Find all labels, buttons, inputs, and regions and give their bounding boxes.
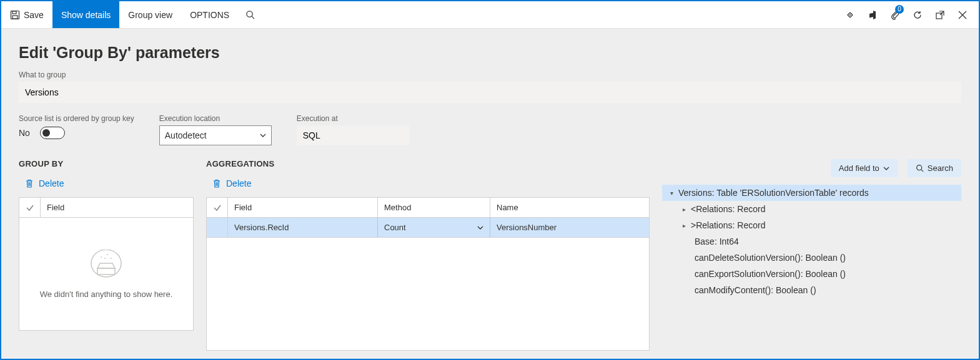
- diamond-icon-button[interactable]: [839, 1, 861, 29]
- popout-icon: [935, 10, 945, 20]
- exec-location-field: Execution location Autodetect: [159, 114, 272, 145]
- aggregations-delete-button[interactable]: Delete: [206, 175, 650, 192]
- office-icon: [868, 10, 878, 20]
- trash-icon: [25, 179, 34, 188]
- svg-rect-1: [12, 11, 16, 14]
- svg-line-14: [921, 170, 923, 172]
- svg-rect-2: [12, 16, 17, 19]
- tree-node-can-delete[interactable]: canDeleteSolutionVersion(): Boolean (): [662, 250, 961, 266]
- svg-point-3: [247, 11, 252, 17]
- agg-row-method-cell[interactable]: Count: [378, 218, 490, 237]
- exec-at-field: Execution at: [297, 114, 409, 145]
- ordered-toggle[interactable]: [40, 127, 65, 139]
- search-icon: [245, 10, 255, 19]
- tree-node-less-relations[interactable]: ▸ <Relations: Record: [662, 201, 961, 217]
- groupby-panel: GROUP BY Delete Field We: [19, 159, 194, 351]
- exec-location-dropdown[interactable]: Autodetect: [159, 125, 272, 145]
- page-title: Edit 'Group By' parameters: [19, 44, 961, 62]
- groupby-delete-button[interactable]: Delete: [19, 175, 194, 192]
- tree-can-export-label: canExportSolutionVersion(): Boolean (): [695, 269, 846, 279]
- options-button[interactable]: OPTIONS: [181, 1, 238, 28]
- svg-point-13: [916, 165, 921, 170]
- page-body: Edit 'Group By' parameters What to group…: [1, 29, 979, 360]
- agg-col-method[interactable]: Method: [378, 198, 490, 217]
- tree-base-label: Base: Int64: [695, 236, 739, 246]
- save-label: Save: [24, 10, 44, 20]
- what-to-group-input[interactable]: [19, 82, 961, 103]
- exec-at-input[interactable]: [297, 125, 409, 145]
- params-row: Source list is ordered by group key No E…: [19, 114, 961, 145]
- save-button[interactable]: Save: [1, 1, 52, 28]
- add-field-to-button[interactable]: Add field to: [831, 159, 898, 177]
- agg-grid-body-space: [207, 238, 649, 350]
- search-icon: [916, 164, 924, 172]
- ordered-value: No: [19, 128, 30, 138]
- tree-can-delete-label: canDeleteSolutionVersion(): Boolean (): [695, 253, 846, 263]
- trash-icon: [212, 179, 221, 188]
- chevron-down-icon: [477, 225, 483, 231]
- exec-location-value: Autodetect: [165, 130, 207, 140]
- group-view-label: Group view: [128, 10, 172, 20]
- tree-node-root[interactable]: ▾ Versions: Table 'ERSolutionVersionTabl…: [662, 185, 961, 201]
- diamond-icon: [845, 10, 855, 20]
- groupby-empty: We didn't find anything to show here.: [19, 218, 193, 330]
- attach-badge: 0: [895, 5, 904, 14]
- show-details-label: Show details: [61, 10, 111, 20]
- tree-search-label: Search: [928, 163, 953, 173]
- tree-node-base[interactable]: Base: Int64: [662, 233, 961, 250]
- aggregations-delete-label: Delete: [226, 178, 251, 188]
- chevron-down-icon: [883, 165, 889, 172]
- caret-down-icon: ▾: [667, 190, 676, 197]
- toolbar-right: 0: [839, 1, 979, 28]
- groupby-empty-msg: We didn't find anything to show here.: [40, 289, 173, 299]
- aggregations-grid: Field Method Name Versions.RecId Count: [206, 197, 650, 351]
- agg-col-name[interactable]: Name: [490, 198, 649, 217]
- close-icon-button[interactable]: [951, 1, 974, 29]
- toolbar-search-button[interactable]: [238, 1, 262, 28]
- tree-node-can-export[interactable]: canExportSolutionVersion(): Boolean (): [662, 266, 961, 282]
- groupby-heading: GROUP BY: [19, 159, 194, 168]
- group-view-button[interactable]: Group view: [119, 1, 181, 28]
- aggregations-panel: AGGREGATIONS Delete Field Method Name: [206, 159, 650, 351]
- aggregations-heading: AGGREGATIONS: [206, 159, 650, 168]
- tree-panel: Add field to Search ▾ Versions: Table 'E…: [662, 159, 961, 351]
- ordered-field: Source list is ordered by group key No: [19, 114, 134, 139]
- ordered-label: Source list is ordered by group key: [19, 114, 134, 123]
- tree-search-button[interactable]: Search: [908, 159, 961, 177]
- groupby-selectall-checkbox[interactable]: [19, 198, 41, 217]
- agg-row-name-cell[interactable]: VersionsNumber: [490, 218, 649, 237]
- aggregations-grid-header: Field Method Name: [207, 198, 649, 218]
- aggregations-selectall-checkbox[interactable]: [207, 198, 228, 217]
- agg-row-field-cell[interactable]: Versions.RecId: [228, 218, 378, 237]
- popout-icon-button[interactable]: [929, 1, 951, 29]
- agg-row-field: Versions.RecId: [234, 223, 289, 232]
- groupby-grid-header: Field: [19, 198, 193, 218]
- agg-row-name: VersionsNumber: [497, 223, 557, 232]
- toolbar-spacer: [262, 1, 839, 28]
- options-label: OPTIONS: [190, 10, 229, 20]
- tree-can-modify-label: canModifyContent(): Boolean (): [695, 285, 816, 295]
- agg-row[interactable]: Versions.RecId Count VersionsNumber: [207, 218, 649, 238]
- caret-right-icon: ▸: [680, 222, 688, 229]
- agg-row-checkbox[interactable]: [207, 218, 228, 237]
- groupby-col-field[interactable]: Field: [41, 198, 193, 217]
- groupby-delete-label: Delete: [39, 178, 64, 188]
- tree-root-label: Versions: Table 'ERSolutionVersionTable'…: [678, 188, 869, 198]
- save-icon: [10, 10, 20, 20]
- office-icon-button[interactable]: [861, 1, 884, 29]
- tree-actions: Add field to Search: [662, 159, 961, 177]
- attach-icon-button[interactable]: 0: [884, 1, 906, 29]
- refresh-icon-button[interactable]: [906, 1, 929, 29]
- lower-row: GROUP BY Delete Field We: [19, 159, 961, 351]
- empty-folder-icon: [89, 250, 124, 281]
- exec-location-label: Execution location: [159, 114, 272, 123]
- agg-col-field[interactable]: Field: [228, 198, 378, 217]
- refresh-icon: [913, 10, 923, 20]
- what-to-group-label: What to group: [19, 71, 961, 79]
- svg-line-4: [252, 16, 254, 19]
- tree-node-more-relations[interactable]: ▸ >Relations: Record: [662, 217, 961, 233]
- groupby-grid: Field We didn't find anything to show he…: [19, 197, 194, 331]
- tree: ▾ Versions: Table 'ERSolutionVersionTabl…: [662, 185, 961, 298]
- show-details-button[interactable]: Show details: [52, 1, 119, 28]
- tree-node-can-modify[interactable]: canModifyContent(): Boolean (): [662, 282, 961, 298]
